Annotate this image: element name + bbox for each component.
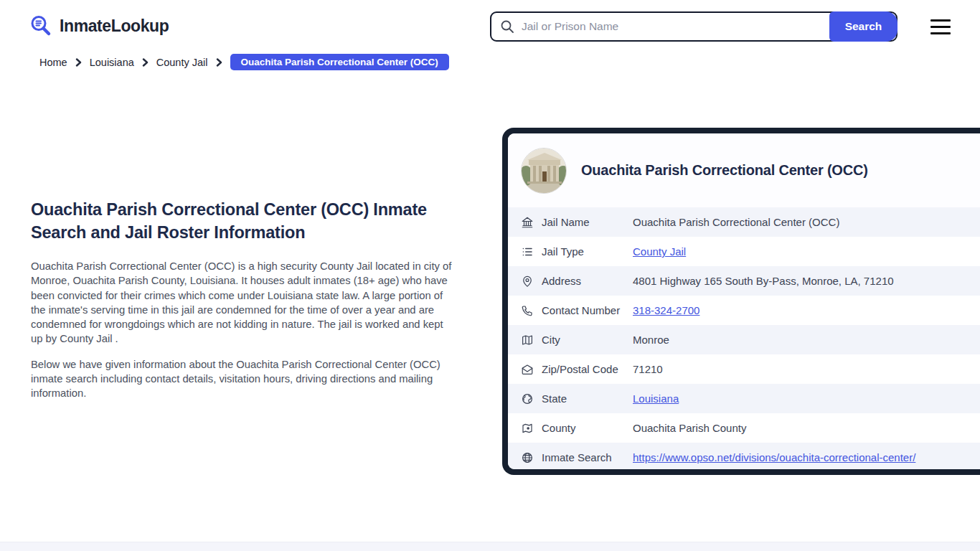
breadcrumb-link-home[interactable]: Home <box>39 57 67 68</box>
row-label: Address <box>542 275 633 287</box>
map-marker-icon <box>521 422 534 435</box>
table-row: Jail TypeCounty Jail <box>508 237 980 266</box>
brand-logo[interactable]: InmateLookup <box>29 14 169 38</box>
jail-card-header: Ouachita Parish Correctional Center (OCC… <box>508 133 980 207</box>
page: InmateLookup Search HomeLouisianaCounty … <box>0 0 980 551</box>
list-icon <box>521 245 534 258</box>
search-button[interactable]: Search <box>829 11 897 42</box>
breadcrumb: HomeLouisianaCounty Jail Ouachita Parish… <box>39 54 449 70</box>
brand-name: InmateLookup <box>60 17 169 36</box>
row-label: Jail Type <box>542 245 633 258</box>
map-icon <box>521 334 534 347</box>
article: Ouachita Parish Correctional Center (OCC… <box>31 198 457 412</box>
row-value[interactable]: County Jail <box>633 245 686 258</box>
table-row: StateLouisiana <box>508 384 980 413</box>
article-paragraph: Below we have given information about th… <box>31 357 457 400</box>
table-row: CityMonroe <box>508 325 980 354</box>
web-icon <box>521 451 534 464</box>
row-value[interactable]: https://www.opso.net/divisions/ouachita-… <box>633 451 915 463</box>
footer-strip <box>0 542 980 551</box>
row-label: State <box>542 392 633 405</box>
table-row: Contact Number318-324-2700 <box>508 296 980 325</box>
table-row: CountyOuachita Parish County <box>508 413 980 443</box>
row-label: Contact Number <box>542 304 633 316</box>
row-label: Jail Name <box>542 216 633 228</box>
chevron-right-icon <box>142 58 149 67</box>
row-label: Inmate Search <box>542 451 633 463</box>
breadcrumb-link-louisiana[interactable]: Louisiana <box>90 57 134 68</box>
jail-card-title: Ouachita Parish Correctional Center (OCC… <box>581 162 868 179</box>
magnifier-logo-icon <box>29 14 53 38</box>
menu-hamburger-icon[interactable] <box>930 19 951 34</box>
row-value: 4801 Highway 165 South By-Pass, Monroe, … <box>633 275 894 287</box>
envelope-icon <box>521 363 534 376</box>
jail-info-table: Jail NameOuachita Parish Correctional Ce… <box>508 207 980 469</box>
row-label: County <box>542 422 633 434</box>
table-row: Inmate Searchhttps://www.opso.net/divisi… <box>508 443 980 469</box>
row-value[interactable]: 318-324-2700 <box>633 304 699 316</box>
breadcrumb-current-pill: Ouachita Parish Correctional Center (OCC… <box>230 54 449 70</box>
breadcrumb-link-county-jail[interactable]: County Jail <box>156 57 208 68</box>
article-paragraph: Ouachita Parish Correctional Center (OCC… <box>31 259 457 346</box>
jail-photo <box>521 148 567 194</box>
globe-icon <box>521 392 534 405</box>
table-row: Zip/Postal Code71210 <box>508 354 980 384</box>
search-bar: Search <box>490 11 897 42</box>
phone-icon <box>521 304 534 317</box>
search-icon <box>500 19 514 34</box>
search-input[interactable] <box>522 20 794 33</box>
page-title: Ouachita Parish Correctional Center (OCC… <box>31 198 457 244</box>
jail-info-card: Ouachita Parish Correctional Center (OCC… <box>502 128 980 475</box>
row-value: Monroe <box>633 334 669 346</box>
row-value: Ouachita Parish County <box>633 422 746 434</box>
bank-icon <box>521 216 534 229</box>
table-row: Jail NameOuachita Parish Correctional Ce… <box>508 207 980 237</box>
map-pin-icon <box>521 275 534 288</box>
row-value[interactable]: Louisiana <box>633 392 679 405</box>
row-value: Ouachita Parish Correctional Center (OCC… <box>633 216 839 228</box>
table-row: Address4801 Highway 165 South By-Pass, M… <box>508 266 980 296</box>
row-label: Zip/Postal Code <box>542 363 633 375</box>
row-label: City <box>542 334 633 346</box>
chevron-right-icon <box>75 58 82 67</box>
row-value: 71210 <box>633 363 663 375</box>
chevron-right-icon <box>216 58 222 67</box>
